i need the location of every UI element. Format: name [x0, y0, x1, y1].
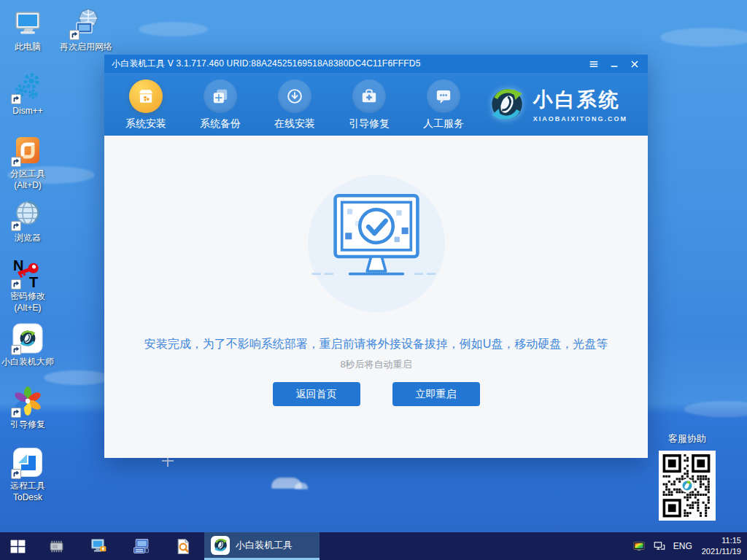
desktop-icon-label: 远程工具 ToDesk	[10, 481, 45, 503]
clock[interactable]: 11:15 2021/11/19	[699, 535, 741, 557]
qr-code	[659, 451, 716, 521]
close-icon[interactable]	[629, 58, 640, 70]
shortcut-arrow-icon	[11, 94, 21, 104]
menu-icon[interactable]	[588, 58, 600, 70]
tab-online[interactable]: 在线安装	[258, 73, 332, 136]
todesk-icon	[12, 446, 44, 478]
tab-label: 在线安装	[274, 117, 315, 131]
system-tray: ENG 11:15 2021/11/19	[632, 535, 747, 557]
install-complete-message: 安装完成，为了不影响系统部署，重启前请将外接设备拔掉，例如U盘，移动硬盘，光盘等	[144, 337, 608, 352]
desktop-icon-label: 分区工具 (Alt+D)	[10, 168, 45, 191]
browser-icon	[12, 198, 44, 230]
shortcut-arrow-icon	[11, 157, 21, 167]
xiaobai-logo-icon	[488, 85, 526, 123]
cloud	[684, 401, 747, 417]
this-pc-icon	[12, 7, 44, 39]
xiaobai-installer-window: 小白装机工具 V 3.1.717.460 URID:88A24525169518…	[104, 55, 648, 458]
desktop-icon-label: 此电脑	[15, 42, 41, 53]
desktop-icon-this-pc[interactable]: 此电脑	[0, 7, 55, 53]
brand-text: 小白系统 XIAOBAIXITONG.COM	[533, 87, 627, 122]
network-enable-icon	[70, 7, 102, 39]
shortcut-arrow-icon	[69, 30, 80, 40]
desktop-icon-partition-tool[interactable]: 分区工具 (Alt+D)	[0, 134, 55, 191]
return-home-button[interactable]: 返回首页	[273, 382, 360, 406]
desktop-icon-label: 再次启用网络	[60, 42, 112, 53]
taskbar-start-button[interactable]	[0, 532, 35, 560]
desktop-icon-label: 引导修复	[10, 419, 45, 431]
tab-backup[interactable]: 系统备份	[183, 73, 258, 136]
backup-tab-icon	[204, 79, 237, 113]
success-monitor-icon	[310, 190, 443, 297]
desktop-icon-label: 浏览器	[15, 233, 41, 244]
tab-service[interactable]: 人工服务	[406, 73, 481, 136]
cloud	[139, 22, 208, 36]
button-row: 返回首页 立即重启	[273, 382, 480, 406]
desktop-icon-network-enable[interactable]: 再次启用网络	[58, 7, 114, 53]
reboot-countdown: 8秒后将自动重启	[340, 358, 411, 371]
language-indicator[interactable]: ENG	[673, 541, 692, 551]
shortcut-arrow-icon	[11, 221, 21, 231]
shortcut-arrow-icon	[11, 469, 21, 479]
brand-site: XIAOBAIXITONG.COM	[533, 115, 627, 122]
taskbar-chip-button[interactable]	[35, 532, 77, 560]
taskbar-display-tool-button[interactable]	[77, 532, 120, 560]
brand: 小白系统 XIAOBAIXITONG.COM	[488, 73, 648, 136]
partition-tool-icon	[12, 134, 44, 166]
desktop-icon-todesk[interactable]: 远程工具 ToDesk	[0, 446, 55, 503]
window-title: 小白装机工具 V 3.1.717.460 URID:88A24525169518…	[112, 58, 421, 70]
tab-label: 系统安装	[125, 117, 166, 131]
online-tab-icon	[278, 79, 311, 113]
tray-date: 2021/11/19	[702, 546, 741, 557]
taskbar-keyboard-button[interactable]	[120, 532, 162, 560]
password-reset-icon: NT	[12, 257, 44, 289]
taskbar-search-doc-button[interactable]	[162, 532, 204, 560]
window-content: 安装完成，为了不影响系统部署，重启前请将外接设备拔掉，例如U盘，移动硬盘，光盘等…	[104, 136, 648, 458]
taskbar: 小白装机工具 ENG 11:15 2021/11/19	[0, 532, 747, 560]
taskbar-active-task[interactable]: 小白装机工具	[204, 532, 320, 560]
desktop-icon-browser[interactable]: 浏览器	[0, 198, 55, 244]
svg-text:T: T	[29, 274, 38, 289]
brand-name: 小白系统	[533, 87, 627, 113]
shortcut-arrow-icon	[11, 408, 21, 418]
xiaobai-master-icon	[12, 322, 44, 354]
active-task-label: 小白装机工具	[236, 539, 293, 552]
window-controls	[588, 58, 640, 70]
network-icon[interactable]	[653, 540, 667, 553]
cloud	[295, 483, 308, 489]
tab-label: 系统备份	[200, 117, 241, 131]
desktop-icon-label: 密码修改 (Alt+E)	[10, 291, 45, 314]
service-tab-icon	[427, 79, 460, 113]
dism-icon	[12, 71, 44, 104]
desktop: 此电脑再次启用网络Dism++分区工具 (Alt+D)浏览器NT密码修改 (Al…	[0, 0, 747, 560]
desktop-icon-password-reset[interactable]: NT密码修改 (Alt+E)	[0, 257, 55, 314]
nav-tabs: 系统安装系统备份在线安装引导修复人工服务	[109, 73, 481, 136]
install-tab-icon	[129, 79, 163, 113]
minimize-icon[interactable]	[608, 58, 620, 70]
tab-repair[interactable]: 引导修复	[332, 73, 406, 136]
restart-now-button[interactable]: 立即重启	[392, 382, 480, 406]
desktop-icon-xiaobai-master[interactable]: 小白装机大师	[0, 322, 55, 368]
customer-service-panel: 客服协助	[659, 432, 716, 521]
display-settings-icon[interactable]	[632, 540, 646, 553]
boot-repair-icon	[12, 385, 44, 417]
cloud	[660, 28, 747, 47]
desktop-icon-label: Dism++	[12, 106, 42, 117]
qr-title: 客服协助	[659, 432, 716, 446]
taskbar-buttons	[0, 532, 204, 560]
repair-tab-icon	[352, 79, 386, 113]
nav-bar: 系统安装系统备份在线安装引导修复人工服务 小白系统 XIAOBAIXITONG.…	[104, 73, 648, 136]
desktop-icon-label: 小白装机大师	[1, 357, 54, 368]
xiaobai-logo-icon	[211, 536, 230, 555]
tab-label: 人工服务	[423, 117, 464, 131]
shortcut-arrow-icon	[11, 345, 21, 355]
shortcut-arrow-icon	[11, 279, 21, 289]
tray-time: 11:15	[702, 535, 741, 546]
tab-install[interactable]: 系统安装	[109, 73, 183, 136]
success-illustration	[308, 175, 445, 312]
tab-label: 引导修复	[349, 117, 390, 131]
desktop-icon-dism[interactable]: Dism++	[0, 71, 55, 117]
window-titlebar[interactable]: 小白装机工具 V 3.1.717.460 URID:88A24525169518…	[104, 55, 648, 73]
desktop-icon-boot-repair[interactable]: 引导修复	[0, 385, 55, 431]
